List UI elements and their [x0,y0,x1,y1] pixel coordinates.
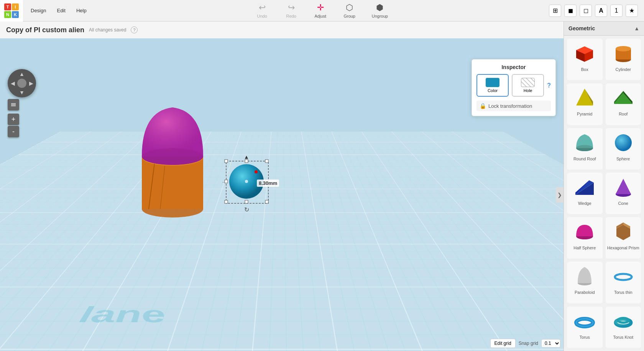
svg-text:▲: ▲ [244,154,249,160]
shape-round-roof[interactable]: Round Roof [567,128,603,170]
svg-rect-12 [265,200,268,203]
shape-sphere[interactable]: Sphere [606,128,641,170]
topbar: T I N K Design Edit Help ↩ Undo ↪ Redo ✛… [0,0,644,21]
inspector-help-btn[interactable]: ? [547,82,551,89]
nav-help[interactable]: Help [72,5,91,16]
sidebar-collapse-btn[interactable]: ❯ [556,187,564,203]
shape-torus-thin-label: Torus thin [614,290,632,295]
edit-grid-bar: Edit grid Snap grid 0.1 [490,339,560,348]
project-bar: Copy of PI custom alien All changes save… [0,21,564,38]
shape-wedge[interactable]: Wedge [567,173,603,214]
nav-up[interactable]: ▲ [18,71,25,77]
svg-rect-13 [245,160,248,163]
hole-btn[interactable]: Hole [512,74,544,97]
project-title: Copy of PI custom alien [6,26,84,34]
main-object[interactable] [134,107,199,215]
shape-cone[interactable]: Cone [606,173,641,214]
adjust-button[interactable]: ✛ Adjust [310,1,331,20]
svg-marker-33 [576,89,593,105]
shape-paraboloid-label: Paraboloid [575,290,595,295]
nav-home-btn[interactable] [8,99,19,110]
sidebar-scroll-up[interactable]: ▲ [634,25,639,31]
svg-rect-24 [11,103,16,104]
svg-point-40 [615,134,632,151]
sidebar-header: Geometric ▲ [564,21,644,36]
nav-down[interactable]: ▼ [18,89,25,96]
wireframe-btn[interactable]: ◻ [580,5,592,17]
color-btn[interactable]: Color [476,74,509,97]
nav-design[interactable]: Design [26,5,51,16]
shapes-grid: Box Cylinder Pyramid [564,36,644,351]
redo-icon: ↪ [288,3,295,13]
shape-cylinder[interactable]: Cylinder [606,39,641,80]
canvas-area[interactable]: Copy of PI custom alien All changes save… [0,21,564,351]
viewport[interactable]: lane [0,38,564,351]
shape-half-sphere-label: Half Sphere [573,246,596,250]
cylinder-svg [134,107,211,230]
svg-text:←: ← [222,179,226,185]
shape-torus-knot[interactable]: Torus Knot [606,307,641,348]
zoom-in-btn[interactable]: + [8,114,19,125]
svg-rect-25 [11,104,16,105]
svg-marker-45 [616,179,631,194]
shape-cone-label: Cone [618,201,628,206]
svg-point-23 [245,180,248,183]
group-button[interactable]: ⬡ Group [339,1,360,20]
logo-t: T [4,3,11,10]
group-label: Group [343,14,355,18]
nav-left[interactable]: ◀ [9,80,16,87]
edit-grid-button[interactable]: Edit grid [490,339,516,348]
number-btn[interactable]: 1 [610,5,623,17]
project-help-btn[interactable]: ? [131,26,138,33]
svg-rect-26 [11,105,16,106]
undo-button[interactable]: ↩ Undo [251,1,273,20]
shape-torus-knot-label: Torus Knot [613,335,633,339]
lock-icon: 🔒 [480,103,486,109]
toolbar-right: ⊞ ◼ ◻ A 1 ★ [549,5,644,17]
star-btn[interactable]: ★ [626,5,638,17]
shape-cylinder-label: Cylinder [616,67,631,72]
shape-paraboloid[interactable]: Paraboloid [567,262,603,303]
shape-roof[interactable]: Roof [606,83,641,125]
lock-label: Lock transformation [488,103,532,109]
undo-icon: ↩ [259,3,266,13]
text-btn[interactable]: A [595,5,607,17]
ungroup-label: Ungroup [372,14,388,18]
color-swatch [486,78,499,87]
nav-right[interactable]: ▶ [28,80,34,87]
redo-button[interactable]: ↪ Redo [281,1,302,20]
shape-torus-label: Torus [580,335,590,339]
shape-hex-prism[interactable]: Hexagonal Prism [606,217,641,259]
shape-torus-thin[interactable]: Torus thin [606,262,641,303]
ungroup-icon: ⬢ [376,3,383,13]
logo-i: I [12,3,19,10]
shape-hex-prism-label: Hexagonal Prism [607,246,639,250]
main: Copy of PI custom alien All changes save… [0,21,644,351]
nav-edit[interactable]: Edit [52,5,70,16]
selected-sphere-container[interactable]: ▲ ↻ ← → [222,153,276,215]
adjust-label: Adjust [314,14,326,18]
group-icon: ⬡ [346,3,353,13]
shape-half-sphere[interactable]: Half Sphere [567,217,603,259]
shape-pyramid[interactable]: Pyramid [567,83,603,125]
hole-label: Hole [524,88,532,93]
3d-view-btn[interactable]: ◼ [564,5,577,17]
shape-torus[interactable]: Torus [567,307,603,348]
ungroup-button[interactable]: ⬢ Ungroup [368,1,392,20]
inspector-title: Inspector [476,64,551,70]
zoom-out-btn[interactable]: - [8,126,19,137]
svg-rect-9 [225,160,228,163]
svg-point-7 [142,148,203,165]
sidebar-title: Geometric [568,25,595,31]
dimension-label: 8.30mm [257,180,279,187]
snap-grid-label: Snap grid [519,341,538,346]
grid-view-btn[interactable]: ⊞ [549,5,561,17]
shape-pyramid-label: Pyramid [577,112,592,116]
shape-box-label: Box [581,67,588,72]
grid-background [0,132,564,351]
snap-grid-select[interactable]: 0.1 [541,339,560,348]
navigation-pad[interactable]: ▲ ▼ ◀ ▶ [8,69,36,97]
svg-rect-10 [265,160,268,163]
shape-box[interactable]: Box [567,39,603,80]
logo: T I N K [0,0,23,21]
